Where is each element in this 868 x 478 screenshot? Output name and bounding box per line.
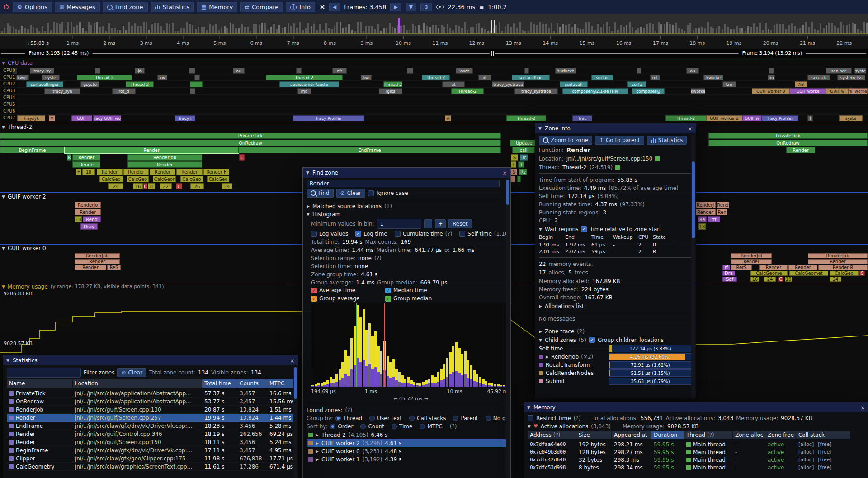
ignore-case-checkbox[interactable] bbox=[368, 190, 374, 196]
collapse-icon[interactable]: ▼ bbox=[306, 170, 309, 175]
zone-guif-worker-0[interactable]: GUIF worker 0 bbox=[752, 88, 790, 94]
goto-frame-button[interactable]: ⊕ bbox=[420, 3, 432, 11]
zone-thread-2[interactable]: Thread-2 bbox=[665, 115, 706, 121]
zone-c[interactable]: C bbox=[859, 271, 865, 276]
zone-renderjob[interactable]: RenderJob bbox=[808, 253, 868, 258]
collapse-icon[interactable]: ▼ bbox=[528, 424, 531, 429]
column-header-location[interactable]: Location bbox=[73, 379, 202, 388]
zone-composer[interactable]: composer@ bbox=[632, 88, 665, 94]
zone-c[interactable]: C bbox=[778, 277, 783, 282]
column-header-zone-alloc[interactable]: Zone alloc bbox=[733, 431, 765, 439]
matched-locations-header[interactable]: ▶ Matched source locations (1) bbox=[307, 203, 507, 209]
zone-rers[interactable]: RerS bbox=[731, 265, 752, 270]
zone-info-titlebar[interactable]: ▼ Zone info × bbox=[535, 123, 696, 133]
checkbox-log-values[interactable]: Log values bbox=[311, 231, 348, 237]
zone-surfacefling[interactable]: surfacefling bbox=[512, 75, 550, 80]
memory-titlebar[interactable]: ▼ Memory × bbox=[524, 402, 868, 412]
zone-group-row[interactable]: ▶GUIF worker 2(3,296)4.61 s bbox=[307, 439, 507, 447]
zone-rende[interactable]: Rende bbox=[72, 161, 100, 168]
cpu-data-header[interactable]: ▼ CPU data bbox=[0, 59, 868, 66]
zone-rend[interactable]: Rend bbox=[83, 216, 101, 222]
zone-au[interactable]: au bbox=[233, 68, 245, 74]
zone-kwgt[interactable]: kwgt bbox=[15, 75, 29, 80]
legend-median-time[interactable]: ✓Median time bbox=[385, 287, 453, 293]
decrement-button[interactable]: - bbox=[424, 219, 432, 228]
radio-time[interactable]: Time bbox=[392, 423, 412, 430]
zone-sen-ser[interactable]: sen-ser bbox=[826, 68, 852, 74]
zone-renderj[interactable]: RenderJ bbox=[695, 202, 716, 208]
toolbar-button-messages[interactable]: ✉Messages bbox=[55, 2, 100, 12]
zone-t[interactable]: T bbox=[511, 161, 516, 168]
radio-count[interactable]: Count bbox=[360, 423, 384, 430]
zone-onredraw[interactable]: OnRedraw bbox=[708, 140, 868, 146]
tools-icon[interactable] bbox=[319, 4, 325, 10]
zone-t[interactable]: T bbox=[518, 161, 524, 168]
stats-row[interactable]: PrivateTickjni/../jni/src/claw/applicati… bbox=[7, 389, 294, 398]
go-to-parent-button[interactable]: ↑Go to parent bbox=[595, 136, 644, 145]
zone-renderjol[interactable]: RenderJol bbox=[731, 253, 772, 258]
zone-tracy-guif-wor[interactable]: Tracy GUIF wor bbox=[93, 115, 121, 121]
zone-render[interactable]: Render bbox=[75, 265, 106, 270]
zone-render[interactable]: Render bbox=[731, 259, 772, 264]
toolbar-button-statistics[interactable]: Statistics bbox=[151, 2, 194, 12]
toolbar-button-memory[interactable]: ▦Memory bbox=[197, 2, 237, 12]
zone-kworke[interactable]: kworke bbox=[703, 75, 723, 80]
expand-icon[interactable]: ▶ bbox=[316, 433, 319, 437]
find-zone-titlebar[interactable]: ▼ Find zone × bbox=[303, 168, 510, 178]
close-icon[interactable]: × bbox=[860, 404, 865, 411]
zone-group-row[interactable]: ▶Thread-2(4,105)6.46 s bbox=[307, 431, 507, 439]
zone-sen-sik[interactable]: sen-sik bbox=[807, 75, 830, 80]
zone-calcgeomet[interactable]: CalcGeomet bbox=[789, 271, 828, 276]
zone-syste[interactable]: syste bbox=[854, 68, 866, 74]
radio-user-text[interactable]: User text bbox=[369, 415, 402, 421]
zone-item[interactable] bbox=[194, 75, 200, 80]
zone-item[interactable] bbox=[637, 68, 641, 74]
zone-16[interactable]: 16 bbox=[133, 183, 143, 189]
wait-col-end[interactable]: End bbox=[565, 234, 591, 241]
zone-trace-header[interactable]: ▶ Zone trace (2) bbox=[539, 328, 692, 335]
expand-icon[interactable]: ▶ bbox=[307, 204, 310, 208]
call-stack-link-free[interactable]: [free] bbox=[818, 449, 831, 455]
stats-row[interactable]: Renderjni/../jni/src/guif/Screen.cpp:257… bbox=[7, 414, 294, 422]
legend-average-time[interactable]: ✓Average time bbox=[311, 287, 379, 293]
child-zone-row[interactable]: CalcRenderNodes51.51 μs (1.15%) bbox=[539, 369, 692, 377]
expand-icon[interactable]: ▶ bbox=[316, 457, 319, 462]
histogram-plot[interactable] bbox=[311, 303, 510, 387]
toolbar-button-compare[interactable]: ⇄Compare bbox=[240, 2, 283, 12]
scrollbar[interactable] bbox=[691, 134, 695, 397]
zone-calcgeo[interactable]: CalcGeo bbox=[207, 176, 229, 182]
statistics-button[interactable]: Statistics bbox=[647, 136, 687, 145]
column-header-mtpc[interactable]: MTPC bbox=[267, 379, 294, 388]
next-frame-button[interactable]: ▶ bbox=[390, 3, 401, 11]
zone-trac[interactable]: Trac bbox=[572, 115, 592, 121]
zone-a[interactable]: A bbox=[445, 115, 451, 121]
toolbar-button-info[interactable]: iInfo bbox=[286, 2, 315, 12]
zone-render-f[interactable]: Render F bbox=[203, 169, 229, 175]
zone-thread-2[interactable]: Thread-2 bbox=[506, 115, 546, 121]
zone-calcgeo[interactable]: CalcGeo bbox=[830, 271, 859, 276]
zone-tre[interactable]: tre bbox=[722, 81, 736, 87]
find-button[interactable]: Find bbox=[307, 189, 334, 198]
radio-call-stacks[interactable]: Call stacks bbox=[409, 415, 446, 421]
stats-row[interactable]: RenderJobjni/../jni/src/guif/Screen.cpp:… bbox=[7, 406, 294, 414]
zone-thread-2[interactable]: Thread-2 bbox=[77, 75, 132, 80]
column-header-duration[interactable]: Duration bbox=[651, 431, 684, 439]
zone-surfacefl[interactable]: surfacefl bbox=[560, 81, 588, 87]
wait-col-cpu[interactable]: CPU bbox=[638, 234, 653, 241]
zone-18[interactable]: 18 bbox=[75, 216, 82, 222]
zone-c[interactable]: C bbox=[143, 183, 147, 189]
thread-value[interactable]: Thread-2 bbox=[562, 164, 587, 170]
zone-18[interactable]: 18 bbox=[82, 169, 95, 175]
zone-i[interactable]: I bbox=[807, 115, 813, 121]
checkbox-cumulate-time[interactable]: Cumulate time(?) bbox=[395, 231, 453, 237]
zone-tracy-i[interactable]: Tracy I bbox=[175, 115, 195, 121]
zone-rf[interactable]: rf bbox=[722, 265, 730, 270]
zone-8[interactable]: 8 bbox=[148, 183, 155, 189]
legend-group-average[interactable]: ✓Group average bbox=[311, 295, 379, 302]
zone-item[interactable] bbox=[296, 68, 302, 74]
column-header-name[interactable]: Name bbox=[7, 379, 73, 388]
zone-tc[interactable]: Tc bbox=[520, 154, 528, 161]
child-zones-header[interactable]: ▼ Child zones (5) ✓ Group children locat… bbox=[539, 336, 692, 343]
zone-render[interactable]: Render bbox=[123, 169, 149, 175]
zone-render[interactable]: Render bbox=[72, 154, 100, 161]
